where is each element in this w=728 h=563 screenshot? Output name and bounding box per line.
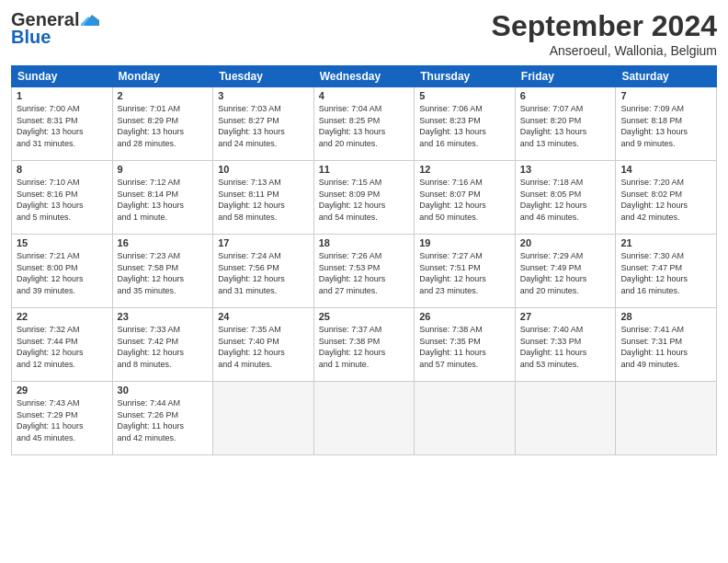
calendar-day-cell: 25Sunrise: 7:37 AM Sunset: 7:38 PM Dayli… xyxy=(313,308,415,382)
day-number: 27 xyxy=(520,311,611,322)
calendar-day-cell: 13Sunrise: 7:18 AM Sunset: 8:05 PM Dayli… xyxy=(515,161,616,235)
calendar-day-cell: 6Sunrise: 7:07 AM Sunset: 8:20 PM Daylig… xyxy=(515,87,616,161)
day-info: Sunrise: 7:43 AM Sunset: 7:29 PM Dayligh… xyxy=(17,397,108,443)
day-info: Sunrise: 7:16 AM Sunset: 8:07 PM Dayligh… xyxy=(419,177,510,223)
page: General Blue September 2024 Anseroeul, W… xyxy=(0,0,728,563)
calendar-day-cell: 30Sunrise: 7:44 AM Sunset: 7:26 PM Dayli… xyxy=(112,382,213,455)
calendar-day-cell: 4Sunrise: 7:04 AM Sunset: 8:25 PM Daylig… xyxy=(313,87,415,161)
day-info: Sunrise: 7:21 AM Sunset: 8:00 PM Dayligh… xyxy=(17,250,108,296)
logo-icon xyxy=(81,13,101,28)
day-info: Sunrise: 7:03 AM Sunset: 8:27 PM Dayligh… xyxy=(218,103,309,149)
calendar-day-cell: 18Sunrise: 7:26 AM Sunset: 7:53 PM Dayli… xyxy=(313,235,415,308)
calendar-day-cell: 5Sunrise: 7:06 AM Sunset: 8:23 PM Daylig… xyxy=(415,87,516,161)
calendar-week-row: 29Sunrise: 7:43 AM Sunset: 7:29 PM Dayli… xyxy=(12,382,717,455)
day-number: 30 xyxy=(118,385,209,396)
calendar-day-cell: 12Sunrise: 7:16 AM Sunset: 8:07 PM Dayli… xyxy=(415,161,516,235)
day-info: Sunrise: 7:40 AM Sunset: 7:33 PM Dayligh… xyxy=(520,324,611,370)
day-info: Sunrise: 7:12 AM Sunset: 8:14 PM Dayligh… xyxy=(118,177,209,223)
calendar-day-cell xyxy=(213,382,314,455)
day-number: 7 xyxy=(620,90,711,101)
day-info: Sunrise: 7:32 AM Sunset: 7:44 PM Dayligh… xyxy=(17,324,108,370)
day-info: Sunrise: 7:18 AM Sunset: 8:05 PM Dayligh… xyxy=(520,177,611,223)
day-number: 1 xyxy=(17,90,108,101)
day-number: 2 xyxy=(118,90,209,101)
calendar-day-cell xyxy=(313,382,415,455)
col-tuesday: Tuesday xyxy=(213,66,314,87)
day-info: Sunrise: 7:23 AM Sunset: 7:58 PM Dayligh… xyxy=(118,250,209,296)
day-number: 6 xyxy=(520,90,611,101)
day-number: 4 xyxy=(319,90,410,101)
day-info: Sunrise: 7:00 AM Sunset: 8:31 PM Dayligh… xyxy=(17,103,108,149)
day-info: Sunrise: 7:09 AM Sunset: 8:18 PM Dayligh… xyxy=(620,103,711,149)
calendar-day-cell: 16Sunrise: 7:23 AM Sunset: 7:58 PM Dayli… xyxy=(112,235,213,308)
col-monday: Monday xyxy=(112,66,213,87)
day-info: Sunrise: 7:20 AM Sunset: 8:02 PM Dayligh… xyxy=(620,177,711,223)
col-wednesday: Wednesday xyxy=(313,66,415,87)
col-sunday: Sunday xyxy=(12,66,113,87)
calendar-day-cell: 11Sunrise: 7:15 AM Sunset: 8:09 PM Dayli… xyxy=(313,161,415,235)
calendar-day-cell: 22Sunrise: 7:32 AM Sunset: 7:44 PM Dayli… xyxy=(12,308,113,382)
calendar-day-cell: 8Sunrise: 7:10 AM Sunset: 8:16 PM Daylig… xyxy=(12,161,113,235)
col-saturday: Saturday xyxy=(616,66,717,87)
day-number: 28 xyxy=(620,311,711,322)
calendar-day-cell: 10Sunrise: 7:13 AM Sunset: 8:11 PM Dayli… xyxy=(213,161,314,235)
day-number: 15 xyxy=(17,237,108,248)
calendar-day-cell: 27Sunrise: 7:40 AM Sunset: 7:33 PM Dayli… xyxy=(515,308,616,382)
day-number: 18 xyxy=(319,237,410,248)
calendar-week-row: 1Sunrise: 7:00 AM Sunset: 8:31 PM Daylig… xyxy=(12,87,717,161)
day-number: 8 xyxy=(17,164,108,175)
day-number: 17 xyxy=(218,237,309,248)
calendar-day-cell: 17Sunrise: 7:24 AM Sunset: 7:56 PM Dayli… xyxy=(213,235,314,308)
calendar-day-cell: 21Sunrise: 7:30 AM Sunset: 7:47 PM Dayli… xyxy=(616,235,717,308)
day-info: Sunrise: 7:07 AM Sunset: 8:20 PM Dayligh… xyxy=(520,103,611,149)
day-number: 19 xyxy=(419,237,510,248)
calendar-day-cell: 26Sunrise: 7:38 AM Sunset: 7:35 PM Dayli… xyxy=(415,308,516,382)
day-info: Sunrise: 7:29 AM Sunset: 7:49 PM Dayligh… xyxy=(520,250,611,296)
calendar-table: Sunday Monday Tuesday Wednesday Thursday… xyxy=(11,65,717,455)
calendar-day-cell: 2Sunrise: 7:01 AM Sunset: 8:29 PM Daylig… xyxy=(112,87,213,161)
col-thursday: Thursday xyxy=(415,66,516,87)
calendar-week-row: 15Sunrise: 7:21 AM Sunset: 8:00 PM Dayli… xyxy=(12,235,717,308)
day-info: Sunrise: 7:33 AM Sunset: 7:42 PM Dayligh… xyxy=(118,324,209,370)
calendar-day-cell: 19Sunrise: 7:27 AM Sunset: 7:51 PM Dayli… xyxy=(415,235,516,308)
day-number: 16 xyxy=(118,237,209,248)
calendar-day-cell: 15Sunrise: 7:21 AM Sunset: 8:00 PM Dayli… xyxy=(12,235,113,308)
calendar-day-cell: 28Sunrise: 7:41 AM Sunset: 7:31 PM Dayli… xyxy=(616,308,717,382)
day-number: 11 xyxy=(319,164,410,175)
day-info: Sunrise: 7:27 AM Sunset: 7:51 PM Dayligh… xyxy=(419,250,510,296)
day-info: Sunrise: 7:15 AM Sunset: 8:09 PM Dayligh… xyxy=(319,177,410,223)
day-info: Sunrise: 7:24 AM Sunset: 7:56 PM Dayligh… xyxy=(218,250,309,296)
logo-blue: Blue xyxy=(11,27,51,48)
calendar-day-cell: 23Sunrise: 7:33 AM Sunset: 7:42 PM Dayli… xyxy=(112,308,213,382)
day-info: Sunrise: 7:10 AM Sunset: 8:16 PM Dayligh… xyxy=(17,177,108,223)
calendar-day-cell: 3Sunrise: 7:03 AM Sunset: 8:27 PM Daylig… xyxy=(213,87,314,161)
day-number: 24 xyxy=(218,311,309,322)
day-number: 9 xyxy=(118,164,209,175)
logo: General Blue xyxy=(11,9,101,48)
subtitle: Anseroeul, Wallonia, Belgium xyxy=(492,43,717,58)
header: General Blue September 2024 Anseroeul, W… xyxy=(11,9,717,58)
day-number: 26 xyxy=(419,311,510,322)
title-block: September 2024 Anseroeul, Wallonia, Belg… xyxy=(492,9,717,58)
day-info: Sunrise: 7:06 AM Sunset: 8:23 PM Dayligh… xyxy=(419,103,510,149)
day-number: 21 xyxy=(620,237,711,248)
day-info: Sunrise: 7:26 AM Sunset: 7:53 PM Dayligh… xyxy=(319,250,410,296)
day-number: 14 xyxy=(620,164,711,175)
calendar-day-cell: 1Sunrise: 7:00 AM Sunset: 8:31 PM Daylig… xyxy=(12,87,113,161)
day-number: 25 xyxy=(319,311,410,322)
calendar-week-row: 22Sunrise: 7:32 AM Sunset: 7:44 PM Dayli… xyxy=(12,308,717,382)
calendar-week-row: 8Sunrise: 7:10 AM Sunset: 8:16 PM Daylig… xyxy=(12,161,717,235)
calendar-day-cell: 14Sunrise: 7:20 AM Sunset: 8:02 PM Dayli… xyxy=(616,161,717,235)
day-number: 22 xyxy=(17,311,108,322)
month-title: September 2024 xyxy=(492,9,717,43)
day-info: Sunrise: 7:04 AM Sunset: 8:25 PM Dayligh… xyxy=(319,103,410,149)
calendar-day-cell: 20Sunrise: 7:29 AM Sunset: 7:49 PM Dayli… xyxy=(515,235,616,308)
calendar-day-cell xyxy=(415,382,516,455)
day-number: 3 xyxy=(218,90,309,101)
day-number: 20 xyxy=(520,237,611,248)
day-info: Sunrise: 7:44 AM Sunset: 7:26 PM Dayligh… xyxy=(118,397,209,443)
day-info: Sunrise: 7:41 AM Sunset: 7:31 PM Dayligh… xyxy=(620,324,711,370)
day-number: 10 xyxy=(218,164,309,175)
calendar-day-cell: 9Sunrise: 7:12 AM Sunset: 8:14 PM Daylig… xyxy=(112,161,213,235)
calendar-day-cell xyxy=(616,382,717,455)
